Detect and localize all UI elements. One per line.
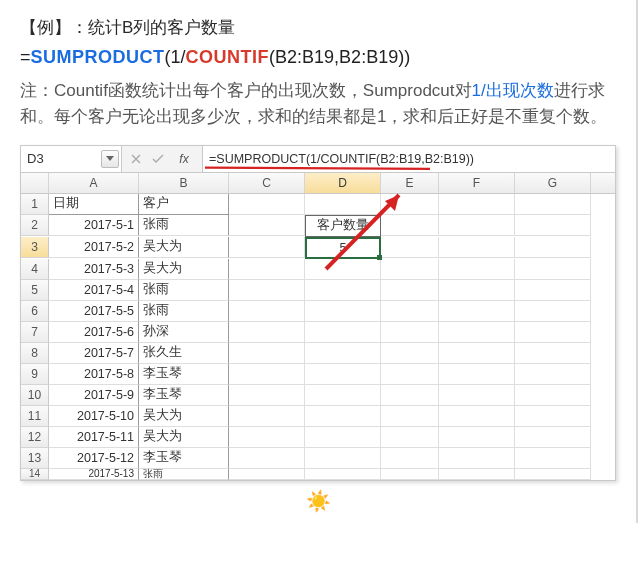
cell-A7[interactable]: 2017-5-6 — [49, 322, 139, 343]
cell[interactable] — [515, 427, 591, 448]
cell-A1[interactable]: 日期 — [49, 194, 139, 215]
cell[interactable] — [381, 301, 439, 322]
cell-B14[interactable]: 张雨 — [139, 469, 229, 480]
cell[interactable] — [439, 301, 515, 322]
cell[interactable] — [439, 343, 515, 364]
cell-F3[interactable] — [439, 237, 515, 258]
cell[interactable] — [381, 280, 439, 301]
row-header[interactable]: 5 — [21, 280, 49, 301]
row-header[interactable]: 6 — [21, 301, 49, 322]
cell[interactable] — [381, 364, 439, 385]
cell-E1[interactable] — [381, 194, 439, 215]
cell[interactable] — [515, 280, 591, 301]
cell[interactable] — [439, 385, 515, 406]
col-B[interactable]: B — [139, 173, 229, 193]
cell[interactable] — [229, 406, 305, 427]
row-header[interactable]: 1 — [21, 194, 49, 215]
cell[interactable] — [439, 427, 515, 448]
cell-B13[interactable]: 李玉琴 — [139, 448, 229, 469]
cell-B2[interactable]: 张雨 — [139, 215, 229, 236]
cell-B7[interactable]: 孙深 — [139, 322, 229, 343]
row-header[interactable]: 14 — [21, 469, 49, 480]
cell-G1[interactable] — [515, 194, 591, 215]
cell-A4[interactable]: 2017-5-3 — [49, 259, 139, 280]
name-box-dropdown[interactable] — [101, 150, 119, 168]
cell[interactable] — [229, 427, 305, 448]
cell[interactable] — [381, 322, 439, 343]
cell-A2[interactable]: 2017-5-1 — [49, 215, 139, 236]
cell-D1[interactable] — [305, 194, 381, 215]
cell-C3[interactable] — [229, 237, 305, 258]
cell-B4[interactable]: 吴大为 — [139, 259, 229, 280]
cell-A8[interactable]: 2017-5-7 — [49, 343, 139, 364]
cell[interactable] — [515, 406, 591, 427]
cell[interactable] — [229, 469, 305, 480]
cell-G3[interactable] — [515, 237, 591, 258]
cancel-button[interactable] — [126, 149, 146, 169]
row-header[interactable]: 8 — [21, 343, 49, 364]
cell-D2-label[interactable]: 客户数量 — [305, 215, 381, 237]
cell[interactable] — [439, 364, 515, 385]
cell[interactable] — [229, 259, 305, 280]
cell-B9[interactable]: 李玉琴 — [139, 364, 229, 385]
cell[interactable] — [439, 280, 515, 301]
fill-handle[interactable] — [377, 255, 382, 260]
fx-button[interactable]: fx — [170, 149, 198, 169]
cell[interactable] — [229, 448, 305, 469]
row-header[interactable]: 12 — [21, 427, 49, 448]
cell[interactable] — [439, 259, 515, 280]
cell-G2[interactable] — [515, 215, 591, 236]
cell[interactable] — [229, 280, 305, 301]
cell[interactable] — [381, 385, 439, 406]
cell-D3-selected[interactable]: 5 — [305, 237, 381, 259]
cell[interactable] — [305, 406, 381, 427]
cell[interactable] — [305, 448, 381, 469]
cell[interactable] — [229, 364, 305, 385]
cell-A9[interactable]: 2017-5-8 — [49, 364, 139, 385]
cell-B1[interactable]: 客户 — [139, 194, 229, 215]
cell-C2[interactable] — [229, 215, 305, 236]
cell[interactable] — [229, 343, 305, 364]
cell-A6[interactable]: 2017-5-5 — [49, 301, 139, 322]
cell-A13[interactable]: 2017-5-12 — [49, 448, 139, 469]
cell-A14[interactable]: 2017-5-13 — [49, 469, 139, 480]
cell[interactable] — [439, 469, 515, 480]
col-A[interactable]: A — [49, 173, 139, 193]
cell-B10[interactable]: 李玉琴 — [139, 385, 229, 406]
row-header[interactable]: 13 — [21, 448, 49, 469]
cell[interactable] — [305, 469, 381, 480]
cell-B11[interactable]: 吴大为 — [139, 406, 229, 427]
cell-B8[interactable]: 张久生 — [139, 343, 229, 364]
cell-B5[interactable]: 张雨 — [139, 280, 229, 301]
row-header[interactable]: 11 — [21, 406, 49, 427]
col-E[interactable]: E — [381, 173, 439, 193]
cell-A5[interactable]: 2017-5-4 — [49, 280, 139, 301]
cell[interactable] — [515, 322, 591, 343]
cell[interactable] — [439, 406, 515, 427]
cell[interactable] — [515, 448, 591, 469]
select-all-corner[interactable] — [21, 173, 49, 193]
formula-bar[interactable]: =SUMPRODUCT(1/COUNTIF(B2:B19,B2:B19)) — [203, 146, 615, 172]
cell-A3[interactable]: 2017-5-2 — [49, 237, 139, 258]
cell[interactable] — [515, 469, 591, 480]
cell[interactable] — [305, 259, 381, 280]
row-header[interactable]: 9 — [21, 364, 49, 385]
row-header[interactable]: 10 — [21, 385, 49, 406]
row-header[interactable]: 3 — [21, 237, 49, 258]
cell[interactable] — [515, 301, 591, 322]
cell[interactable] — [229, 301, 305, 322]
cell[interactable] — [515, 364, 591, 385]
row-header[interactable]: 2 — [21, 215, 49, 236]
cell[interactable] — [305, 364, 381, 385]
cell[interactable] — [381, 448, 439, 469]
cell[interactable] — [305, 280, 381, 301]
cell[interactable] — [515, 259, 591, 280]
name-box[interactable]: D3 — [21, 146, 122, 172]
cell[interactable] — [381, 406, 439, 427]
col-F[interactable]: F — [439, 173, 515, 193]
col-G[interactable]: G — [515, 173, 591, 193]
confirm-button[interactable] — [148, 149, 168, 169]
cell[interactable] — [381, 343, 439, 364]
cell-F2[interactable] — [439, 215, 515, 236]
cell[interactable] — [305, 427, 381, 448]
